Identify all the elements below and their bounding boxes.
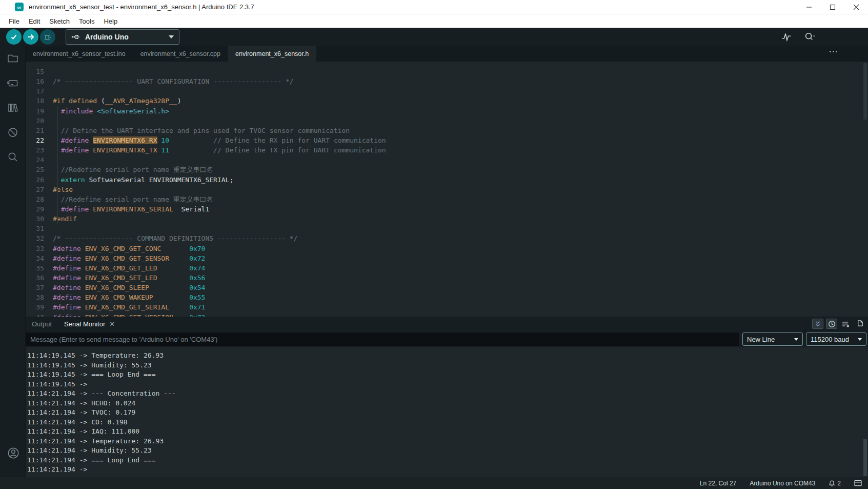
line-number: 34: [26, 253, 44, 263]
line-ending-dropdown[interactable]: New Line: [742, 332, 803, 346]
code-text: #define ENV_X6_CMD_GET_SENSOR 0x72: [53, 253, 205, 263]
close-icon[interactable]: ✕: [109, 320, 115, 328]
sidebar-item-sketchbook[interactable]: [7, 52, 19, 65]
sidebar-item-debug[interactable]: [7, 126, 19, 139]
code-line[interactable]: 40#define ENV_X6_CMD_GET_VERSION 0x73: [26, 312, 868, 317]
serial-scrollbar[interactable]: [863, 439, 867, 476]
line-number: 36: [26, 273, 44, 283]
code-line[interactable]: 17: [26, 86, 868, 96]
code-line[interactable]: 22 #define ENVIRONMENTX6_RX 10 // Define…: [26, 135, 868, 145]
board-selector[interactable]: Arduino Uno: [66, 29, 179, 45]
code-line[interactable]: 15: [26, 67, 868, 76]
panel-tab-output[interactable]: Output: [26, 320, 58, 328]
code-line[interactable]: 31: [26, 224, 868, 233]
code-line[interactable]: 30#endif: [26, 214, 868, 224]
serial-monitor-icon[interactable]: [803, 31, 815, 43]
clear-output-button[interactable]: [840, 319, 851, 329]
baud-rate-value: 115200 baud: [811, 336, 849, 343]
baud-rate-dropdown[interactable]: 115200 baud: [806, 332, 866, 346]
close-button[interactable]: [844, 0, 868, 14]
account-icon: [7, 446, 20, 460]
chevron-down-icon: [169, 35, 174, 38]
activity-sidebar: [0, 46, 26, 477]
serial-line: 11:14:21.194 ->: [27, 465, 868, 475]
code-line[interactable]: 16/* ----------------- UART CONFIGURATIO…: [26, 76, 868, 86]
maximize-icon: [830, 4, 836, 10]
serial-output[interactable]: 11:14:19.145 -> Temperature: 26.9311:14:…: [26, 347, 868, 477]
line-number: 24: [26, 155, 44, 165]
code-line[interactable]: 27#else: [26, 185, 868, 194]
menu-item-help[interactable]: Help: [99, 17, 122, 25]
account-button[interactable]: [7, 446, 19, 459]
cursor-position[interactable]: Ln 22, Col 27: [700, 480, 736, 487]
copy-output-button[interactable]: [854, 319, 865, 329]
editor-tab[interactable]: environment_x6_sensor_test.ino: [26, 46, 133, 62]
serial-line: 11:14:21.194 -> Humidity: 55.23: [27, 446, 868, 456]
code-line[interactable]: 34#define ENV_X6_CMD_GET_SENSOR 0x72: [26, 253, 868, 263]
code-line[interactable]: 21 // Define the UART interface and pins…: [26, 126, 868, 135]
menu-item-edit[interactable]: Edit: [24, 17, 45, 25]
code-line[interactable]: 33#define ENV_X6_CMD_GET_CONC 0x70: [26, 244, 868, 253]
line-number: 27: [26, 185, 44, 194]
verify-button[interactable]: [6, 29, 22, 45]
toggle-panel-button[interactable]: [854, 480, 862, 486]
menu-bar: FileEditSketchToolsHelp: [0, 14, 868, 28]
code-line[interactable]: 28 //Redefine serial port name 重定义串口名: [26, 194, 868, 204]
code-text: #define ENV_X6_CMD_GET_CONC 0x70: [53, 244, 205, 253]
code-line[interactable]: 26 extern SoftwareSerial ENVIRONMENTX6_S…: [26, 175, 868, 185]
code-line[interactable]: 35#define ENV_X6_CMD_GET_LED 0x74: [26, 263, 868, 273]
code-line[interactable]: 37#define ENV_X6_CMD_SLEEP 0x54: [26, 283, 868, 292]
serial-line: 11:14:19.145 -> Humidity: 55.23: [27, 361, 868, 370]
menu-item-sketch[interactable]: Sketch: [45, 17, 74, 25]
debug-button[interactable]: [40, 29, 55, 45]
upload-button[interactable]: [23, 29, 38, 45]
code-line[interactable]: 20: [26, 116, 868, 126]
line-number: 21: [26, 126, 44, 135]
close-icon: [853, 4, 859, 10]
sidebar-item-library-manager[interactable]: [7, 102, 19, 114]
code-line[interactable]: 18#if defined (__AVR_ATmega328P__): [26, 96, 868, 106]
notifications-button[interactable]: 2: [829, 480, 841, 487]
serial-plotter-icon[interactable]: [781, 31, 792, 43]
sidebar-item-search[interactable]: [7, 151, 19, 163]
code-editor[interactable]: 1516/* ----------------- UART CONFIGURAT…: [26, 62, 868, 317]
editor-scrollbar[interactable]: [863, 63, 867, 120]
code-text: #define ENV_X6_CMD_GET_LED 0x74: [53, 263, 205, 273]
sidebar-item-boards-manager[interactable]: [7, 77, 19, 89]
code-line[interactable]: 36#define ENV_X6_CMD_SET_LED 0x56: [26, 273, 868, 283]
code-line[interactable]: 29 #define ENVIRONMENTX6_SERIAL Serial1: [26, 204, 868, 214]
code-line[interactable]: 23 #define ENVIRONMENTX6_TX 11 // Define…: [26, 145, 868, 155]
code-line[interactable]: 24: [26, 155, 868, 165]
line-number: 39: [26, 302, 44, 312]
editor-tab[interactable]: environment_x6_sensor.cpp: [133, 46, 228, 62]
panel-tab-serial-monitor[interactable]: Serial Monitor✕: [58, 320, 121, 328]
title-bar: ∞ environment_x6_sensor_test - environme…: [0, 0, 868, 14]
editor-tab[interactable]: environment_x6_sensor.h: [228, 46, 316, 62]
notification-count: 2: [837, 480, 841, 487]
code-text: #define ENV_X6_CMD_SLEEP 0x54: [53, 283, 205, 292]
menu-item-file[interactable]: File: [4, 17, 24, 25]
code-text: #include <SoftwareSerial.h>: [53, 106, 169, 116]
editor-lines: 1516/* ----------------- UART CONFIGURAT…: [26, 67, 868, 317]
code-line[interactable]: 38#define ENV_X6_CMD_WAKEUP 0x55: [26, 292, 868, 302]
code-line[interactable]: 25 //Redefine serial port name 重定义串口名: [26, 165, 868, 174]
timestamp-toggle[interactable]: [826, 319, 837, 329]
line-number: 30: [26, 214, 44, 224]
code-line[interactable]: 19 #include <SoftwareSerial.h>: [26, 106, 868, 116]
code-line[interactable]: 32/* ----------------- COMMAND DEFINITIO…: [26, 233, 868, 243]
code-text: // Define the UART interface and pins us…: [53, 126, 350, 135]
clear-output-icon: [841, 320, 850, 328]
serial-input-row: New Line 115200 baud: [26, 331, 868, 347]
more-actions-icon[interactable]: [830, 51, 837, 52]
code-text: extern SoftwareSerial ENVIRONMENTX6_SERI…: [53, 175, 233, 185]
menu-item-tools[interactable]: Tools: [74, 17, 99, 25]
minimize-button[interactable]: [797, 0, 821, 14]
serial-message-input[interactable]: [26, 332, 739, 346]
line-number: 23: [26, 145, 44, 155]
board-port-status[interactable]: Arduino Uno on COM43: [750, 480, 815, 487]
bug-icon: [44, 33, 52, 41]
code-line[interactable]: 39#define ENV_X6_CMD_GET_SERIAL 0x71: [26, 302, 868, 312]
maximize-button[interactable]: [821, 0, 844, 14]
scroll-to-bottom-toggle[interactable]: [812, 319, 823, 329]
code-text: #else: [53, 185, 73, 194]
